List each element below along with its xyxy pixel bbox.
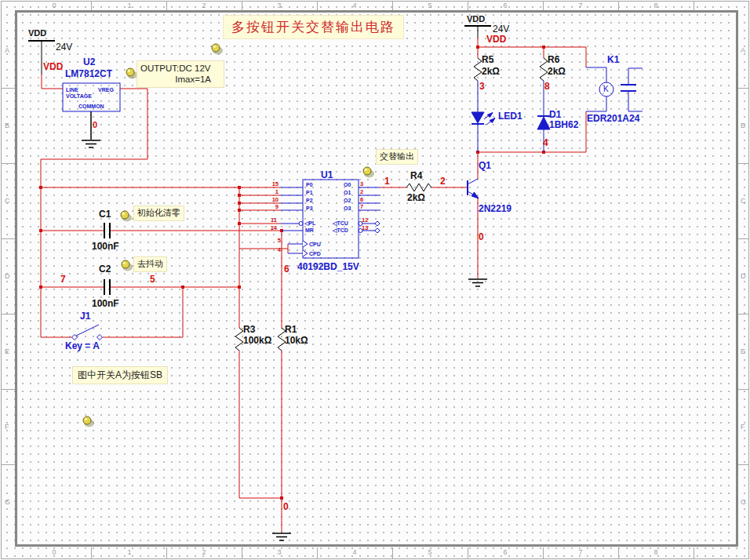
c2-value[interactable]: 100nF xyxy=(92,299,119,308)
pushpin-icon xyxy=(83,416,94,427)
u2-pin-vreg: VREG xyxy=(98,87,114,93)
u1-pinnum-1: 1 xyxy=(268,189,279,195)
c1-value[interactable]: 100nF xyxy=(92,242,119,251)
u1-pin-o3: O3 xyxy=(344,205,351,211)
net-0-u2[interactable]: 0 xyxy=(93,121,97,129)
output-note-line1: OUTPUT:DC 12V xyxy=(140,63,220,74)
switch-note[interactable]: 图中开关A为按钮SB xyxy=(72,366,168,384)
resistor-r5 xyxy=(474,58,482,81)
q1-ref[interactable]: Q1 xyxy=(479,161,491,170)
u1-pin-p0: P0 xyxy=(306,182,313,187)
ground-q1 xyxy=(468,279,487,286)
k1-ref[interactable]: K1 xyxy=(607,55,619,64)
vdd-net-label-left[interactable]: VDD xyxy=(43,62,63,71)
r5-ref[interactable]: R5 xyxy=(482,55,493,64)
k1-coil-letter: K xyxy=(603,85,609,93)
u2-pin-voltage: VOLTAGE xyxy=(66,93,92,99)
j1-key-label[interactable]: Key = A xyxy=(65,341,100,351)
net-0-r1[interactable]: 0 xyxy=(283,502,289,511)
u1-pinnum-5: 5 xyxy=(270,238,281,244)
u1-pin-p3: P3 xyxy=(306,205,313,211)
vdd-label-left[interactable]: VDD xyxy=(28,29,46,38)
r4-value[interactable]: 2kΩ xyxy=(407,193,425,202)
r5-value[interactable]: 2kΩ xyxy=(482,67,500,76)
led1-ref[interactable]: LED1 xyxy=(498,111,522,121)
schematic-canvas xyxy=(0,0,750,560)
ground-r1 xyxy=(272,533,291,540)
u1-pin-tcd: ◁TCD xyxy=(333,227,348,233)
u2-part[interactable]: LM7812CT xyxy=(65,69,112,78)
u2-pin-line: LINE xyxy=(66,87,78,93)
u1-pin-p2: P2 xyxy=(306,198,313,203)
net-8[interactable]: 8 xyxy=(544,82,550,91)
u1-pinnum-7: 7 xyxy=(360,204,363,210)
voltage-24v-right[interactable]: 24V xyxy=(493,24,509,34)
r4-ref[interactable]: R4 xyxy=(410,171,422,180)
u1-pinnum-14: 14 xyxy=(266,225,277,231)
u1-pinnum-10: 10 xyxy=(268,197,279,203)
voltage-24v-left[interactable]: 24V xyxy=(56,42,72,52)
net-7[interactable]: 7 xyxy=(60,275,66,284)
u2-pin-common: COMMON xyxy=(78,104,104,109)
k1-part[interactable]: EDR201A24 xyxy=(587,114,639,123)
output-note[interactable]: OUTPUT:DC 12V Imax=1A xyxy=(137,60,224,88)
r6-value[interactable]: 2kΩ xyxy=(548,67,566,76)
r3-ref[interactable]: R3 xyxy=(243,325,255,334)
u1-part[interactable]: 40192BD_15V xyxy=(297,262,359,271)
pushpin-icon xyxy=(122,260,133,271)
vdd-net-label-right[interactable]: VDD xyxy=(486,35,506,44)
pushpin-icon xyxy=(363,167,374,178)
u1-pin-o2: O2 xyxy=(344,198,351,203)
u1-pinnum-3: 3 xyxy=(360,181,363,187)
capacitor-c1 xyxy=(104,223,110,238)
pushpin-icon xyxy=(212,44,223,55)
net-6[interactable]: 6 xyxy=(284,264,289,274)
u1-ref[interactable]: U1 xyxy=(321,170,333,180)
u1-pinnum-11: 11 xyxy=(266,217,277,224)
debounce-note[interactable]: 去抖动 xyxy=(133,256,167,272)
output-note-line2: Imax=1A xyxy=(140,74,220,85)
net-4[interactable]: 4 xyxy=(543,138,548,147)
u1-pin-p1: P1 xyxy=(306,190,313,195)
title-note[interactable]: 多按钮开关交替输出电路 xyxy=(223,15,404,39)
u2-ref[interactable]: U2 xyxy=(83,57,95,67)
junction-dots xyxy=(39,45,545,500)
d1-part[interactable]: 1BH62 xyxy=(549,120,578,129)
r1-ref[interactable]: R1 xyxy=(285,325,297,334)
net-0-q1[interactable]: 0 xyxy=(479,232,484,242)
u1-pinnum-4: 4 xyxy=(270,247,281,253)
u1-pinnum-12: 12 xyxy=(362,217,368,224)
u1-pin-cpu: CPU xyxy=(309,242,321,247)
u1-pin-o1: O1 xyxy=(344,190,351,195)
resistor-r4 xyxy=(406,184,431,191)
j1-ref[interactable]: J1 xyxy=(80,311,90,321)
u1-pin-cpd: CPD xyxy=(309,251,321,256)
vdd-label-right[interactable]: VDD xyxy=(467,15,485,24)
r1-value[interactable]: 10kΩ xyxy=(285,336,308,345)
u1-pin-pl: ◁PL xyxy=(304,220,315,226)
d1-ref[interactable]: D1 xyxy=(549,110,561,119)
pushpin-icon xyxy=(126,68,137,79)
r6-ref[interactable]: R6 xyxy=(548,55,559,64)
alt-output-note[interactable]: 交替输出 xyxy=(376,149,418,165)
u1-pin-tcu: ◁TCU xyxy=(333,220,348,226)
resistor-r6 xyxy=(540,58,548,81)
pushpin-icon xyxy=(121,211,132,222)
r3-value[interactable]: 100kΩ xyxy=(243,336,271,345)
passive-symbols[interactable] xyxy=(28,26,548,540)
u1-pinnum-6: 6 xyxy=(360,197,363,203)
init-clear-note[interactable]: 初始化清零 xyxy=(133,205,184,221)
q1-part[interactable]: 2N2219 xyxy=(479,204,512,213)
net-2[interactable]: 2 xyxy=(440,176,446,186)
u1-pinnum-9: 9 xyxy=(268,204,279,210)
net-3[interactable]: 3 xyxy=(479,82,485,91)
u1-pinnum-15: 15 xyxy=(268,181,279,187)
c2-ref[interactable]: C2 xyxy=(99,264,111,274)
u1-pin-o0: O0 xyxy=(344,182,351,187)
c1-ref[interactable]: C1 xyxy=(99,209,111,219)
net-5[interactable]: 5 xyxy=(150,275,155,284)
u1-pinnum-2: 2 xyxy=(360,189,363,195)
u1-pinnum-13: 13 xyxy=(362,225,368,231)
net-1[interactable]: 1 xyxy=(384,176,390,186)
k1-symbol xyxy=(586,67,643,111)
